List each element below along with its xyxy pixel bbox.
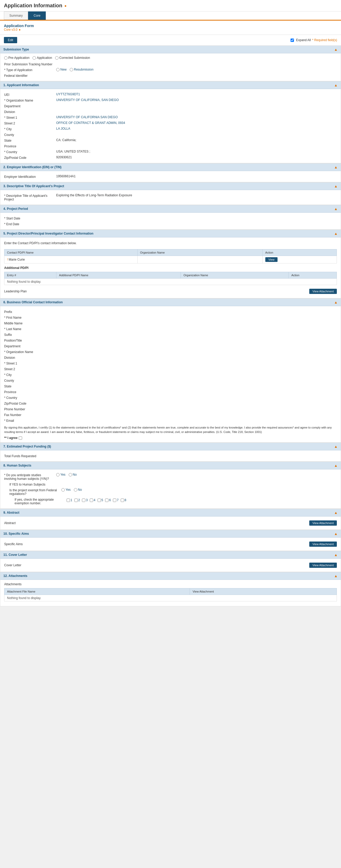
section-business-official-header[interactable]: 6. Business Official Contact Information…	[0, 299, 341, 306]
agree-checkbox[interactable]	[19, 436, 22, 440]
col-action: Action	[263, 249, 337, 256]
section-submission-type-header[interactable]: Submission Type ▲	[0, 46, 341, 53]
section-cover-letter-body: Cover Letter View Attachment	[0, 559, 341, 572]
field-last-name: * Last Name	[4, 326, 337, 332]
page-help-icon[interactable]: ●	[64, 4, 66, 8]
field-type-of-app: * Type of Application New Resubmission	[4, 67, 337, 73]
expand-all-label: Expand All	[296, 38, 311, 42]
exemption-7[interactable]: 7	[113, 498, 118, 502]
col-view-attachment: View Attachment	[190, 588, 337, 595]
exemption-3[interactable]: 3	[82, 498, 88, 502]
section-project-title-body: * Descriptive Title of Applicant's Proje…	[0, 190, 341, 205]
hs-yes[interactable]: Yes	[56, 473, 66, 476]
specific-aims-view-attachment-button[interactable]: View Attachment	[309, 541, 337, 547]
section-project-period: 4. Project Period ▲ * Start Date * End D…	[0, 205, 341, 229]
submission-type-app[interactable]: Application	[33, 56, 52, 60]
field-prefix: Prefix	[4, 309, 337, 314]
section-pd-pi-title: 5. Project Director/Principal Investigat…	[3, 232, 93, 235]
section-attachments-collapse: ▲	[334, 574, 338, 578]
section-project-title-header[interactable]: 3. Descriptive Title Of Applicant's Proj…	[0, 183, 341, 190]
section-human-subjects-collapse: ▲	[334, 463, 338, 468]
field-bo-department: Department	[4, 343, 337, 349]
section-abstract-body: Abstract View Attachment	[0, 517, 341, 530]
exemption-4[interactable]: 4	[90, 498, 96, 502]
section-human-subjects-title: 8. Human Subjects	[3, 464, 31, 467]
section-abstract-header[interactable]: 9. Abstract ▲	[0, 509, 341, 517]
toolbar: Edit Expand All * Required field(s)	[0, 35, 341, 45]
section-attachments: 12. Attachments ▲ Attachments Attachment…	[0, 572, 341, 606]
submission-type-pre-app[interactable]: Pre-Application	[4, 56, 29, 60]
section-funding-header[interactable]: 7. Estimated Project Funding ($) ▲	[0, 443, 341, 451]
tab-core[interactable]: Core	[28, 11, 46, 20]
tab-summary[interactable]: Summary	[4, 11, 28, 20]
section-human-subjects: 8. Human Subjects ▲ * Do you anticipate …	[0, 462, 341, 509]
section-employer-id-header[interactable]: 2. Employer Identification (EIN) or (TIN…	[0, 163, 341, 171]
exemption-8[interactable]: 8	[121, 498, 127, 502]
col-attachment-file-name: Attachment File Name	[4, 588, 190, 595]
section-pd-pi-collapse: ▲	[334, 231, 338, 236]
section-specific-aims-header[interactable]: 10. Specific Aims ▲	[0, 530, 341, 538]
exemption-1[interactable]: 1	[67, 498, 72, 502]
section-pd-pi-header[interactable]: 5. Project Director/Principal Investigat…	[0, 230, 341, 238]
section-funding-collapse: ▲	[334, 444, 338, 448]
section-submission-type-collapse: ▲	[334, 48, 338, 52]
hs-no[interactable]: No	[69, 473, 77, 476]
field-department: Department	[4, 103, 337, 109]
field-total-funds: Total Funds Requested	[4, 453, 337, 459]
section-business-official: 6. Business Official Contact Information…	[0, 298, 341, 442]
field-city: * City LA JOLLA	[4, 126, 337, 132]
field-bo-street1: * Street 1	[4, 360, 337, 366]
agree-row: ** I agree	[4, 436, 337, 440]
submission-type-options: Pre-Application Application Corrected Su…	[4, 56, 337, 60]
section-specific-aims-body: Specific Aims View Attachment	[0, 538, 341, 551]
form-title: Application Form	[4, 24, 337, 28]
exempt-no[interactable]: No	[74, 488, 82, 492]
field-zip: Zip/Postal Code 920930621	[4, 155, 337, 160]
field-end-date: * End Date	[4, 221, 337, 227]
section-submission-type: Submission Type ▲ Pre-Application Applic…	[0, 45, 341, 81]
form-help-icon[interactable]: ●	[19, 28, 21, 31]
field-bo-province: Province	[4, 389, 337, 395]
page-header: Application Information ●	[0, 0, 341, 11]
abstract-view-attachment-button[interactable]: View Attachment	[309, 521, 337, 526]
submission-type-corrected[interactable]: Corrected Submission	[55, 56, 90, 60]
section-employer-id-title: 2. Employer Identification (EIN) or (TIN…	[3, 165, 61, 169]
field-state: State CA: California;	[4, 137, 337, 143]
main-content: Application Form Core v3.0 ● Edit Expand…	[0, 21, 341, 606]
expand-all-checkbox[interactable]	[291, 38, 294, 42]
section-human-subjects-body: * Do you anticipate studies involving hu…	[0, 469, 341, 508]
leadership-view-attachment-button[interactable]: View Attachment	[309, 289, 337, 294]
specific-aims-attachment-row: Specific Aims View Attachment	[4, 540, 337, 548]
section-project-title: 3. Descriptive Title Of Applicant's Proj…	[0, 182, 341, 205]
exemption-2[interactable]: 2	[74, 498, 80, 502]
exemption-6[interactable]: 6	[105, 498, 111, 502]
section-submission-type-title: Submission Type	[3, 48, 29, 51]
page-title: Application Information ●	[4, 3, 337, 8]
section-project-period-header[interactable]: 4. Project Period ▲	[0, 205, 341, 213]
edit-button[interactable]: Edit	[4, 37, 17, 43]
col-org-name: Organization Name	[137, 249, 263, 256]
type-app-new[interactable]: New	[56, 68, 67, 71]
section-applicant-info-header[interactable]: 1. Applicant Information ▲	[0, 82, 341, 89]
field-bo-street2: Street 2	[4, 366, 337, 372]
field-street1: * Street 1 UNIVERSITY OF CALIFORNIA SAN …	[4, 115, 337, 120]
section-attachments-title: 12. Attachments	[3, 574, 27, 578]
view-pd-pi-button[interactable]: View	[265, 257, 278, 262]
field-bo-division: Division	[4, 354, 337, 360]
col-add-org-name: Organization Name	[181, 272, 289, 279]
field-human-subjects-question: * Do you anticipate studies involving hu…	[4, 472, 337, 482]
additional-pd-table: Entry # Additional PD/PI Name Organizati…	[4, 272, 337, 285]
field-first-name: * First Name	[4, 314, 337, 320]
field-employer-id: Employer Identification 195606614A1	[4, 174, 337, 179]
exemption-5[interactable]: 5	[98, 498, 103, 502]
table-row: !Marie Curie View	[4, 256, 337, 264]
tabs-container: Summary Core	[0, 11, 341, 21]
exempt-yes[interactable]: Yes	[61, 488, 71, 492]
type-app-resubmission[interactable]: Resubmission	[70, 68, 93, 71]
cover-letter-view-attachment-button[interactable]: View Attachment	[309, 563, 337, 568]
section-cover-letter-header[interactable]: 11. Cover Letter ▲	[0, 551, 341, 559]
field-bo-state: State	[4, 383, 337, 389]
section-human-subjects-header[interactable]: 8. Human Subjects ▲	[0, 462, 341, 469]
section-attachments-header[interactable]: 12. Attachments ▲	[0, 572, 341, 580]
field-middle-name: Middle Name	[4, 320, 337, 326]
